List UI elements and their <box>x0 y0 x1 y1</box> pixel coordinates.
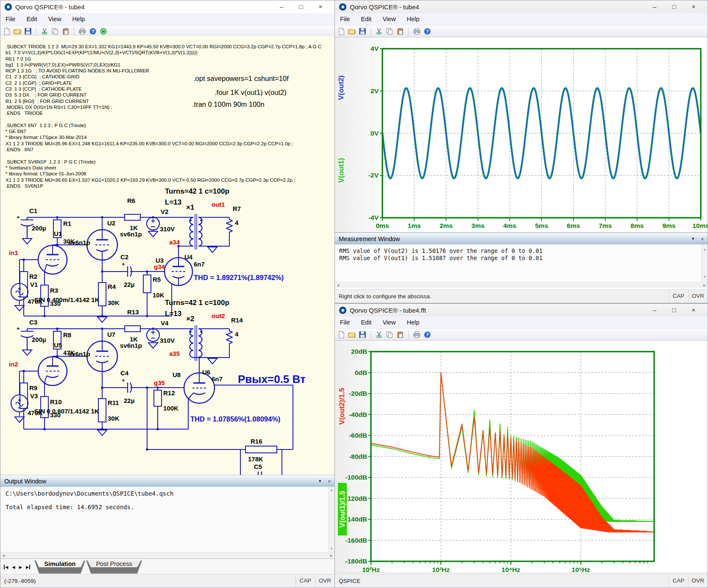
scroll-down-icon[interactable]: ▼ <box>704 273 706 280</box>
fft-plot-area[interactable]: 10²Hz10³Hz10⁴Hz10⁵Hz20dB0dB-20dB-40dB-60… <box>335 340 708 573</box>
panel-dropdown-icon[interactable]: ▾ <box>692 236 694 241</box>
save-icon[interactable] <box>359 331 366 338</box>
menu-help[interactable]: Help <box>407 319 420 326</box>
output-vscrollbar[interactable]: ▲ ▼ <box>328 487 334 552</box>
new-file-icon[interactable] <box>337 28 345 35</box>
schematic-label-thd2: THD = 1.07856%(1.08094%) <box>190 415 280 423</box>
schematic-label-r4v: 30K <box>108 299 120 306</box>
schematic-label-in2: in2 <box>9 361 18 368</box>
y-tick-label: -4V <box>368 214 379 221</box>
menu-view[interactable]: View <box>382 319 396 326</box>
scroll-up-icon[interactable]: ▲ <box>331 488 333 492</box>
schematic-label-c1v: 200µ <box>32 225 46 232</box>
y-tick-label: -180dB <box>345 557 367 565</box>
cut-icon[interactable] <box>41 28 48 35</box>
schematic-label-four: .four 1K v(out1) v(out2) <box>215 89 287 96</box>
waveform-plot-area[interactable]: 0ms1ms2ms3ms4ms5ms6ms7ms8ms9ms10ms4V2V0V… <box>335 37 708 233</box>
minimize-button[interactable]: – <box>645 304 664 316</box>
menu-view[interactable]: View <box>48 16 61 22</box>
scroll-right-icon[interactable]: ▶ <box>330 554 333 557</box>
paste-icon[interactable] <box>396 331 404 338</box>
print-icon[interactable] <box>78 28 86 35</box>
minimize-button[interactable]: – <box>272 1 291 13</box>
help-icon[interactable]: ? <box>424 28 431 35</box>
schematic-label-tran: .tran 0 100m 90m 100n <box>192 100 265 108</box>
copy-icon[interactable] <box>386 331 393 338</box>
cursor-coordinates: (-279,-8059) <box>0 578 295 584</box>
schematic-label-c1p: + <box>17 214 20 220</box>
copy-icon[interactable] <box>386 28 393 35</box>
close-button[interactable]: × <box>684 1 703 13</box>
scroll-up-icon[interactable]: ▲ <box>704 246 706 253</box>
tab-next-icon[interactable]: ▶ <box>19 565 22 569</box>
minimize-button[interactable]: – <box>645 1 664 13</box>
scroll-down-icon[interactable]: ▼ <box>331 547 333 551</box>
run-simulation-icon[interactable] <box>100 28 107 35</box>
scroll-left-icon[interactable]: ◀ <box>337 283 339 287</box>
schematic-label-r5: R5 <box>153 276 161 283</box>
schematic-label-r5v: 10K <box>153 291 164 299</box>
tab-prev-icon[interactable]: ◀ <box>12 565 15 569</box>
open-folder-icon[interactable] <box>14 28 21 35</box>
legend-vout2-fft[interactable]: V(out2)/1.5 <box>338 388 346 425</box>
tab-simulation[interactable]: Simulation <box>35 559 85 567</box>
panel-dropdown-icon[interactable]: ▾ <box>319 478 321 484</box>
open-folder-icon[interactable] <box>348 28 356 35</box>
menu-edit[interactable]: Edit <box>361 319 371 326</box>
paste-icon[interactable] <box>62 28 70 35</box>
y-tick-label: 0V <box>371 130 379 137</box>
menu-view[interactable]: View <box>382 16 396 22</box>
close-button[interactable]: × <box>684 304 703 316</box>
legend-vout1[interactable]: V(out1) <box>337 158 345 183</box>
schematic-label-r12v: 100K <box>163 405 178 412</box>
menu-file[interactable]: File <box>340 319 350 326</box>
help-icon[interactable]: ? <box>89 28 97 35</box>
menu-help[interactable]: Help <box>72 16 85 22</box>
caps-indicator: CAP <box>295 574 315 588</box>
fft-window: Qorvo QSPICE® - tube4.fft – □ × File Edi… <box>334 303 708 588</box>
close-button[interactable]: × <box>311 1 330 13</box>
paste-icon[interactable] <box>396 28 404 35</box>
tab-last-icon[interactable]: ▶ <box>26 565 30 569</box>
menu-file[interactable]: File <box>6 16 15 22</box>
cut-icon[interactable] <box>375 28 383 35</box>
schematic-label-opt: .opt savepowers=1 cshunt=10f <box>193 75 289 82</box>
schematic-label-r2v: 470K <box>28 298 43 305</box>
maximize-button[interactable]: □ <box>664 1 684 13</box>
cut-icon[interactable] <box>375 331 383 338</box>
open-folder-icon[interactable] <box>348 331 356 338</box>
schematic-label-pout: Pвых=0.5 Вт <box>238 373 306 386</box>
new-file-icon[interactable] <box>337 331 345 338</box>
scroll-right-icon[interactable]: ▶ <box>703 283 706 287</box>
help-icon[interactable]: ? <box>424 331 431 338</box>
save-icon[interactable] <box>359 28 366 35</box>
print-icon[interactable] <box>413 331 421 338</box>
titlebar[interactable]: Qorvo QSPICE® - tube4 – □ × <box>0 0 334 13</box>
canvas-hscrollbar[interactable]: ◀ ▶ <box>0 552 334 558</box>
panel-close-icon[interactable]: × <box>701 236 704 241</box>
scroll-left-icon[interactable]: ◀ <box>2 554 5 557</box>
menu-edit[interactable]: Edit <box>361 16 371 22</box>
menu-help[interactable]: Help <box>407 16 420 22</box>
titlebar[interactable]: Qorvo QSPICE® - tube4 – □ × <box>335 0 708 13</box>
maximize-button[interactable]: □ <box>291 1 311 13</box>
measurement-vscrollbar[interactable]: ▲ ▼ <box>701 244 708 282</box>
titlebar[interactable]: Qorvo QSPICE® - tube4.fft – □ × <box>335 304 708 316</box>
schematic-canvas[interactable]: .SUBCKT TRIODE 1 2 3 MU=29.30 EX=1.332 K… <box>0 36 334 475</box>
maximize-button[interactable]: □ <box>664 304 684 316</box>
new-file-icon[interactable] <box>3 28 11 35</box>
save-icon[interactable] <box>24 28 32 35</box>
panel-close-icon[interactable]: × <box>328 479 331 484</box>
copy-icon[interactable] <box>51 28 59 35</box>
legend-vout2[interactable]: V(out2) <box>337 75 345 100</box>
menu-file[interactable]: File <box>340 16 350 22</box>
print-icon[interactable] <box>413 28 421 35</box>
legend-vout1-fft[interactable]: V(out1)/1.5 <box>338 491 346 528</box>
x-tick-label: 10⁴Hz <box>502 566 520 573</box>
tab-first-icon[interactable]: ◀ <box>4 565 8 569</box>
menu-edit[interactable]: Edit <box>26 16 37 22</box>
measurement-hscrollbar[interactable]: ◀ ▶ <box>335 282 708 288</box>
schematic-label-c4p: + <box>122 377 125 383</box>
tab-post-process[interactable]: Post Process <box>86 559 141 567</box>
schematic-label-in1: in1 <box>9 249 18 256</box>
